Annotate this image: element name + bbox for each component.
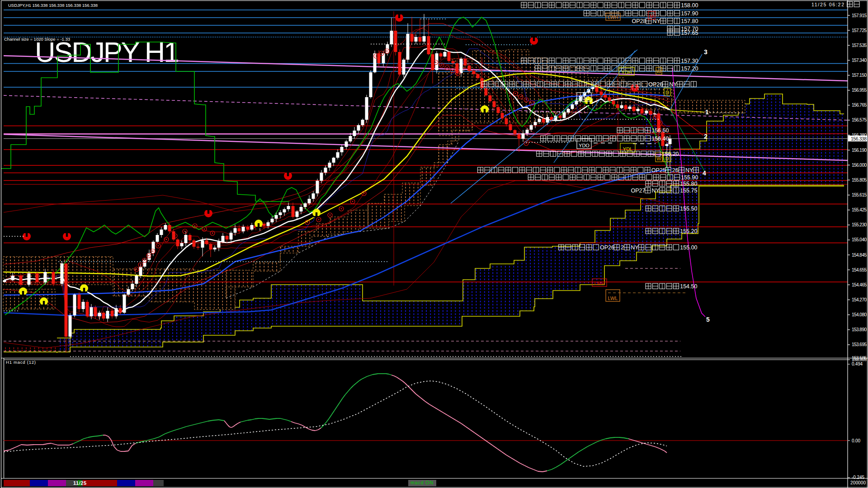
svg-text:W: W — [656, 69, 661, 74]
svg-text:155.80: 155.80 — [680, 181, 697, 187]
svg-text:2: 2 — [704, 133, 708, 140]
svg-text:200000: 200000 — [850, 480, 866, 485]
svg-text:155.425: 155.425 — [852, 207, 867, 212]
svg-text:D: D — [665, 90, 669, 95]
svg-text:156.338: 156.338 — [851, 136, 867, 141]
svg-text:155.75: 155.75 — [680, 188, 697, 194]
svg-text:157.20: 157.20 — [681, 66, 698, 72]
svg-text:NY: NY — [685, 167, 693, 174]
svg-text:NY: NY — [631, 244, 639, 251]
svg-text:0.00: 0.00 — [852, 438, 860, 443]
svg-text:154.655: 154.655 — [852, 267, 867, 272]
svg-text:3: 3 — [704, 48, 708, 56]
svg-text:YDH: YDH — [621, 70, 632, 75]
svg-text:2: 2 — [621, 244, 624, 251]
svg-text:26: 26 — [672, 167, 679, 174]
svg-text:154.270: 154.270 — [852, 297, 867, 302]
svg-text:M: M — [650, 14, 654, 19]
svg-text:NY: NY — [652, 188, 660, 194]
svg-text:NY: NY — [669, 81, 677, 88]
svg-text:OP27: OP27 — [631, 188, 646, 194]
svg-text:155.615: 155.615 — [852, 192, 867, 197]
svg-text:OP26: OP26 — [648, 81, 663, 88]
svg-text:157.90: 157.90 — [681, 10, 698, 17]
svg-text:154.465: 154.465 — [852, 282, 867, 287]
svg-text:157.30: 157.30 — [681, 58, 698, 64]
svg-text:5: 5 — [706, 316, 710, 323]
svg-text:157.150: 157.150 — [852, 73, 867, 78]
svg-text:154.080: 154.080 — [852, 312, 867, 317]
svg-text:OP25: OP25 — [651, 167, 666, 174]
svg-text:158.00: 158.00 — [681, 2, 698, 9]
svg-text:156.50: 156.50 — [651, 127, 669, 134]
svg-text:YDC: YDC — [579, 95, 589, 101]
svg-text:155.20: 155.20 — [680, 228, 697, 235]
svg-text:157.65: 157.65 — [681, 30, 698, 36]
svg-text:154.50: 154.50 — [680, 283, 697, 290]
svg-text:156.20: 156.20 — [661, 151, 679, 157]
svg-text:Channel size = 1020 Slope = -1: Channel size = 1020 Slope = -1.33 — [4, 37, 70, 42]
svg-text:11/25 06:22: 11/25 06:22 — [811, 2, 844, 7]
svg-text:156.000: 156.000 — [852, 163, 867, 168]
svg-text:LWH: LWH — [608, 14, 618, 20]
svg-text:156.765: 156.765 — [852, 103, 867, 108]
svg-text:OP26: OP26 — [600, 244, 614, 251]
svg-text:155.50: 155.50 — [680, 206, 697, 212]
svg-text:157.535: 157.535 — [852, 43, 867, 48]
svg-text:157.725: 157.725 — [852, 28, 867, 33]
svg-text:USDJPY,H1 156.338 156.338 156: USDJPY,H1 156.338 156.338 156.338 156.33… — [8, 3, 98, 8]
svg-text:157.340: 157.340 — [852, 58, 867, 63]
svg-text:156.955: 156.955 — [852, 88, 867, 93]
svg-text:4: 4 — [703, 169, 706, 177]
svg-text:-0.245: -0.245 — [852, 475, 864, 480]
svg-text:157.915: 157.915 — [852, 13, 867, 18]
svg-text:D: D — [665, 156, 669, 161]
svg-text:YDL: YDL — [623, 146, 632, 152]
svg-text:155.00: 155.00 — [680, 244, 697, 251]
svg-text:11/25: 11/25 — [73, 480, 86, 486]
svg-text:macd ON: macd ON — [410, 480, 433, 485]
svg-text:153.505: 153.505 — [852, 356, 867, 361]
svg-text:155.040: 155.040 — [852, 237, 867, 242]
svg-text:153.890: 153.890 — [852, 327, 867, 332]
svg-text:0.494: 0.494 — [852, 361, 863, 366]
svg-text:154.845: 154.845 — [852, 253, 867, 258]
svg-text:156.190: 156.190 — [852, 148, 867, 153]
svg-text:NY: NY — [653, 18, 661, 24]
svg-text:155.230: 155.230 — [852, 222, 867, 227]
svg-text:LMH: LMH — [594, 281, 604, 286]
svg-text:H1 macd (12): H1 macd (12) — [6, 360, 36, 365]
svg-text:1: 1 — [705, 108, 709, 116]
svg-text:YDO: YDO — [579, 143, 590, 148]
svg-text:156.40: 156.40 — [651, 136, 669, 142]
svg-text:155.805: 155.805 — [852, 178, 867, 183]
svg-text:W: W — [656, 156, 661, 161]
svg-text:OP28: OP28 — [632, 18, 646, 24]
svg-text:157.80: 157.80 — [681, 18, 698, 24]
svg-text:LWL: LWL — [608, 296, 618, 301]
svg-text:153.695: 153.695 — [852, 342, 867, 347]
svg-text:156.575: 156.575 — [852, 117, 867, 122]
svg-text:155.90: 155.90 — [681, 174, 698, 181]
